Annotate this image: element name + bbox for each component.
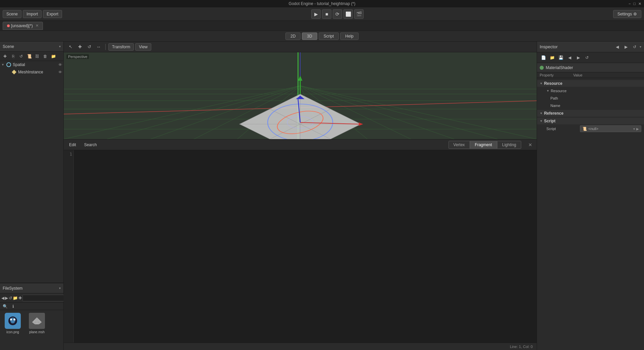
line-numbers: 1 <box>64 150 74 343</box>
resource-group-header[interactable]: ▼ Resource <box>537 80 644 87</box>
inspector-content: ▼ Resource ▼ Resource Path <box>537 78 644 350</box>
scene-chain-btn[interactable]: ⛓ <box>34 53 41 60</box>
tree-item-meshinstance[interactable]: MeshInstance 👁 <box>0 68 63 76</box>
scene-panel-title: Scene <box>3 44 58 49</box>
close-btn[interactable]: ✕ <box>638 2 641 6</box>
fs-info-btn[interactable]: ℹ <box>9 303 17 310</box>
main-layout: Scene ▾ ✚ ⎘ ↺ 📜 ⛓ 🗑 📁 ▼ Spatial 👁 <box>0 42 644 350</box>
file-tab[interactable]: [unsaved](*) ✕ <box>3 22 43 30</box>
fs-item-icon-png[interactable]: icon.png <box>3 313 23 334</box>
fs-add-btn[interactable]: ✚ <box>18 294 22 302</box>
shader-tab-fragment[interactable]: Fragment <box>470 141 497 149</box>
reference-group-header[interactable]: ▼ Reference <box>537 110 644 117</box>
insp-arrow-left2[interactable]: ◀ <box>566 54 573 61</box>
remote-btn[interactable]: ⬜ <box>343 9 353 19</box>
inspector-expand-arrow[interactable]: ▾ <box>640 45 641 49</box>
scene-instance-btn[interactable]: ⎘ <box>9 53 17 60</box>
scene-delete-btn[interactable]: 🗑 <box>42 53 49 60</box>
inspector-panel: Inspector ◀ ▶ ↺ ▾ 📄 📁 💾 ◀ ▶ ↺ MaterialSh… <box>537 42 644 350</box>
path-label: Path <box>550 96 584 100</box>
script-group-header[interactable]: ▼ Script <box>537 118 644 125</box>
inspector-reload-btn[interactable]: ↺ <box>631 43 638 51</box>
code-editor[interactable] <box>74 150 537 343</box>
fs-forward-btn[interactable]: ▶ <box>5 294 8 302</box>
scene-script-btn[interactable]: 📜 <box>25 53 33 60</box>
spatial-icon <box>6 62 11 67</box>
insp-folder-btn[interactable]: 📁 <box>548 54 556 61</box>
view-help-btn[interactable]: Help <box>340 33 359 40</box>
insp-search-btn[interactable]: ↺ <box>583 54 591 61</box>
scene-menu[interactable]: Scene <box>3 10 21 18</box>
insp-arrow-right2[interactable]: ▶ <box>575 54 582 61</box>
move-tool-btn[interactable]: ✚ <box>76 43 84 51</box>
shader-editor-toolbar: Edit Search Vertex Fragment Lighting ✕ <box>64 139 537 150</box>
spatial-label: Spatial <box>13 62 57 67</box>
script-open-btn[interactable]: ▶ <box>636 127 639 131</box>
scene-refresh-btn[interactable]: ↺ <box>17 53 25 60</box>
viewport-3d-area[interactable]: Perspective <box>64 52 537 139</box>
export-menu[interactable]: Export <box>43 10 62 18</box>
tree-item-spatial[interactable]: ▼ Spatial 👁 <box>0 61 63 68</box>
main-toolbar: Scene Import Export ▶ ■ ⟳ ⬜ 🎬 Settings ⚙ <box>0 7 644 21</box>
shader-editor: Edit Search Vertex Fragment Lighting ✕ 1… <box>64 139 537 350</box>
fs-newfolder-btn[interactable]: 📁 <box>13 294 18 302</box>
icon-png-image <box>5 313 21 329</box>
shader-tab-vertex[interactable]: Vertex <box>448 141 470 149</box>
fs-panel-arrow: ▾ <box>59 286 61 290</box>
settings-label: Settings <box>618 12 632 16</box>
inspector-arrow-left[interactable]: ◀ <box>613 43 621 51</box>
insp-file-btn[interactable]: 📄 <box>540 54 547 61</box>
sub-resource-arrow: ▼ <box>546 89 549 93</box>
reference-group: ▼ Reference <box>537 110 644 117</box>
import-menu[interactable]: Import <box>23 10 42 18</box>
select-tool-btn[interactable]: ↖ <box>66 43 74 51</box>
transform-btn[interactable]: Transform <box>108 43 134 51</box>
stop-btn[interactable]: ■ <box>322 9 331 19</box>
scene-panel-arrow: ▾ <box>59 45 61 48</box>
script-group-arrow: ▼ <box>540 119 543 123</box>
scene-tree-toolbar: ✚ ⎘ ↺ 📜 ⛓ 🗑 📁 <box>0 52 63 61</box>
view-2d-btn[interactable]: 2D <box>285 33 301 40</box>
tab-close-btn[interactable]: ✕ <box>36 23 39 28</box>
reload-btn[interactable]: ⟳ <box>333 9 342 19</box>
shader-search-btn[interactable]: Search <box>82 141 100 148</box>
toolbar-separator <box>105 44 106 50</box>
play-btn[interactable]: ▶ <box>311 9 321 19</box>
settings-btn[interactable]: Settings ⚙ <box>613 10 641 18</box>
minimize-btn[interactable]: − <box>629 2 631 6</box>
view-3d-btn[interactable]: 3D <box>302 33 317 40</box>
view-script-btn[interactable]: Script <box>319 33 339 40</box>
shader-edit-btn[interactable]: Edit <box>66 141 79 148</box>
scene-folder-btn[interactable]: 📁 <box>50 53 57 60</box>
view-btn-scene[interactable]: View <box>135 43 151 51</box>
view-mode-bar: 2D 3D Script Help <box>0 31 644 42</box>
shader-tabs: Vertex Fragment Lighting <box>448 141 521 149</box>
fs-panel-header: FileSystem ▾ <box>0 283 63 293</box>
movie-btn[interactable]: 🎬 <box>354 9 364 19</box>
scale-tool-btn[interactable]: ↔ <box>95 43 103 51</box>
col-value: Value <box>573 73 641 77</box>
fs-reload-btn[interactable]: ↺ <box>9 294 12 302</box>
name-prop-row: Name <box>537 102 644 109</box>
settings-icon: ⚙ <box>633 12 637 16</box>
svg-point-4 <box>11 321 15 324</box>
maximize-btn[interactable]: □ <box>633 2 636 6</box>
spatial-visibility-icon[interactable]: 👁 <box>58 63 62 67</box>
playback-controls: ▶ ■ ⟳ ⬜ 🎬 <box>63 9 612 19</box>
script-icon: 📜 <box>582 127 587 131</box>
scene-add-btn[interactable]: ✚ <box>1 53 9 60</box>
sub-resource-header[interactable]: ▼ Resource <box>537 87 644 95</box>
script-value: <null> <box>588 127 598 131</box>
insp-save-btn[interactable]: 💾 <box>557 54 565 61</box>
rotate-tool-btn[interactable]: ↺ <box>85 43 93 51</box>
fs-scan-btn[interactable]: 🔍 <box>1 303 9 310</box>
fs-back-btn[interactable]: ◀ <box>1 294 4 302</box>
script-value-btn[interactable]: 📜 <null> ▾ ▶ <box>580 125 641 132</box>
path-prop-row: Path <box>537 95 644 102</box>
script-dropdown-arrow: ▾ <box>633 127 635 131</box>
fs-item-plane-msh[interactable]: plane.msh <box>27 313 47 334</box>
inspector-arrow-right[interactable]: ▶ <box>622 43 630 51</box>
mesh-visibility-icon[interactable]: 👁 <box>58 70 62 74</box>
shader-close-btn[interactable]: ✕ <box>527 141 534 149</box>
shader-tab-lighting[interactable]: Lighting <box>497 141 521 149</box>
